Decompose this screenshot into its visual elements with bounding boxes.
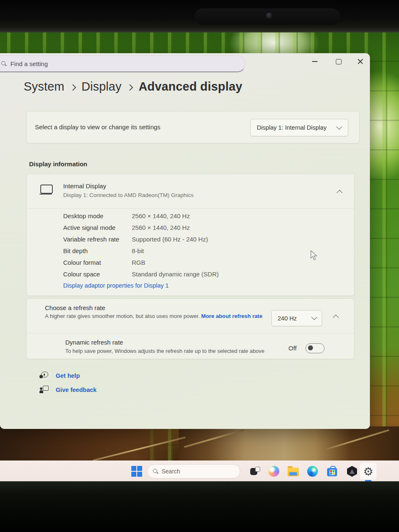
row-value: RGB bbox=[132, 259, 145, 266]
taskbar: Search ⚙ bbox=[0, 461, 399, 481]
info-row-active-signal-mode: Active signal mode 2560 × 1440, 240 Hz bbox=[27, 224, 354, 234]
maximize-button[interactable] bbox=[330, 55, 347, 68]
breadcrumb-system[interactable]: System bbox=[24, 80, 64, 94]
row-label: Bit depth bbox=[63, 247, 88, 254]
laptop-bottom-bezel bbox=[0, 481, 399, 532]
chevron-down-icon bbox=[336, 124, 342, 130]
refresh-rate-description-text: A higher rate gives smoother motion, but… bbox=[45, 313, 201, 319]
taskbar-search-placeholder: Search bbox=[162, 468, 180, 475]
breadcrumb-chevron-icon bbox=[70, 84, 76, 91]
chevron-up-icon bbox=[333, 315, 339, 320]
display-selector-label: Select a display to view or change its s… bbox=[35, 123, 160, 131]
chevron-down-icon bbox=[311, 314, 317, 320]
display-selector-value: Display 1: Internal Display bbox=[257, 124, 327, 131]
edge-browser-icon[interactable] bbox=[307, 466, 318, 477]
maximize-icon bbox=[336, 59, 342, 64]
hexagon-app-icon[interactable] bbox=[347, 466, 357, 477]
refresh-rate-description: A higher rate gives smoother motion, but… bbox=[45, 313, 273, 320]
find-a-setting-placeholder: Find a setting bbox=[10, 60, 48, 67]
refresh-rate-expander[interactable] bbox=[331, 314, 340, 323]
wallpaper-grass bbox=[0, 426, 179, 462]
display-selector-card: Select a display to view or change its s… bbox=[26, 111, 360, 143]
search-icon bbox=[1, 61, 6, 66]
row-value: Supported (60 Hz - 240 Hz) bbox=[132, 236, 208, 243]
webcam-lens bbox=[266, 12, 273, 19]
dynamic-refresh-rate-state: Off bbox=[288, 345, 297, 352]
dynamic-refresh-rate-description: To help save power, Windows adjusts the … bbox=[65, 348, 264, 354]
info-row-colour-space: Colour space Standard dynamic range (SDR… bbox=[27, 271, 354, 281]
more-about-refresh-rate-link[interactable]: More about refresh rate bbox=[201, 313, 262, 319]
laptop-photo: Find a setting System Display Advanced d… bbox=[0, 0, 399, 532]
find-a-setting-input[interactable]: Find a setting bbox=[0, 55, 245, 72]
row-value: 2560 × 1440, 240 Hz bbox=[132, 212, 190, 219]
minimize-icon bbox=[312, 61, 318, 62]
row-label: Colour format bbox=[63, 259, 101, 266]
task-view-button[interactable] bbox=[250, 467, 260, 477]
settings-app-button[interactable]: ⚙ bbox=[360, 463, 377, 480]
breadcrumb: System Display Advanced display bbox=[24, 80, 242, 94]
internal-display-title: Internal Display bbox=[63, 182, 106, 190]
refresh-rate-value: 240 Hz bbox=[278, 315, 297, 322]
internal-display-subtitle: Display 1: Connected to AMD Radeon(TM) G… bbox=[63, 192, 194, 198]
get-help-link[interactable]: Get help bbox=[39, 372, 80, 380]
give-feedback-label: Give feedback bbox=[56, 387, 96, 393]
settings-window: Find a setting System Display Advanced d… bbox=[0, 53, 370, 429]
copilot-icon[interactable] bbox=[268, 466, 279, 477]
laptop-top-bezel bbox=[0, 0, 399, 32]
dynamic-refresh-rate-title: Dynamic refresh rate bbox=[65, 339, 123, 346]
taskbar-search-box[interactable]: Search bbox=[147, 464, 240, 478]
breadcrumb-chevron-icon bbox=[127, 84, 133, 91]
divider bbox=[27, 333, 354, 333]
row-value: 8-bit bbox=[132, 247, 144, 254]
row-label: Variable refresh rate bbox=[63, 236, 119, 243]
file-explorer-icon[interactable] bbox=[288, 466, 299, 476]
chevron-up-icon[interactable] bbox=[337, 190, 342, 196]
dynamic-refresh-rate-toggle[interactable] bbox=[305, 343, 325, 353]
display-selector-dropdown[interactable]: Display 1: Internal Display bbox=[250, 119, 348, 136]
laptop-screen: Find a setting System Display Advanced d… bbox=[0, 32, 399, 481]
row-value: Standard dynamic range (SDR) bbox=[132, 271, 219, 278]
page-title: Advanced display bbox=[138, 80, 242, 94]
microsoft-store-icon[interactable] bbox=[327, 466, 337, 477]
display-adapter-properties-link[interactable]: Display adaptor properties for Display 1 bbox=[63, 282, 169, 289]
info-row-variable-refresh-rate: Variable refresh rate Supported (60 Hz -… bbox=[27, 236, 354, 246]
close-icon bbox=[357, 59, 363, 64]
display-information-heading: Display information bbox=[29, 160, 87, 167]
settings-gear-icon: ⚙ bbox=[363, 466, 373, 477]
display-information-card: Internal Display Display 1: Connected to… bbox=[26, 174, 355, 296]
give-feedback-icon bbox=[39, 386, 49, 394]
row-label: Colour space bbox=[63, 271, 100, 278]
get-help-label: Get help bbox=[56, 372, 80, 379]
row-label: Active signal mode bbox=[63, 224, 116, 231]
close-button[interactable] bbox=[352, 55, 369, 68]
give-feedback-link[interactable]: Give feedback bbox=[39, 386, 96, 394]
refresh-rate-title: Choose a refresh rate bbox=[45, 304, 105, 311]
internal-display-header[interactable]: Internal Display Display 1: Connected to… bbox=[27, 174, 354, 209]
toggle-knob bbox=[308, 345, 313, 350]
start-button[interactable] bbox=[131, 466, 142, 477]
wallpaper-path bbox=[179, 426, 399, 462]
refresh-rate-card: Choose a refresh rate A higher rate give… bbox=[26, 298, 355, 359]
refresh-rate-dropdown[interactable]: 240 Hz bbox=[271, 310, 322, 326]
minimize-button[interactable] bbox=[306, 55, 323, 68]
get-help-icon bbox=[39, 372, 49, 380]
info-row-desktop-mode: Desktop mode 2560 × 1440, 240 Hz bbox=[27, 212, 354, 222]
display-icon bbox=[40, 185, 53, 194]
search-icon bbox=[153, 469, 158, 474]
info-row-colour-format: Colour format RGB bbox=[27, 259, 354, 269]
breadcrumb-display[interactable]: Display bbox=[81, 80, 122, 94]
info-row-bit-depth: Bit depth 8-bit bbox=[27, 247, 354, 257]
row-label: Desktop mode bbox=[63, 212, 103, 219]
row-value: 2560 × 1440, 240 Hz bbox=[132, 224, 190, 231]
